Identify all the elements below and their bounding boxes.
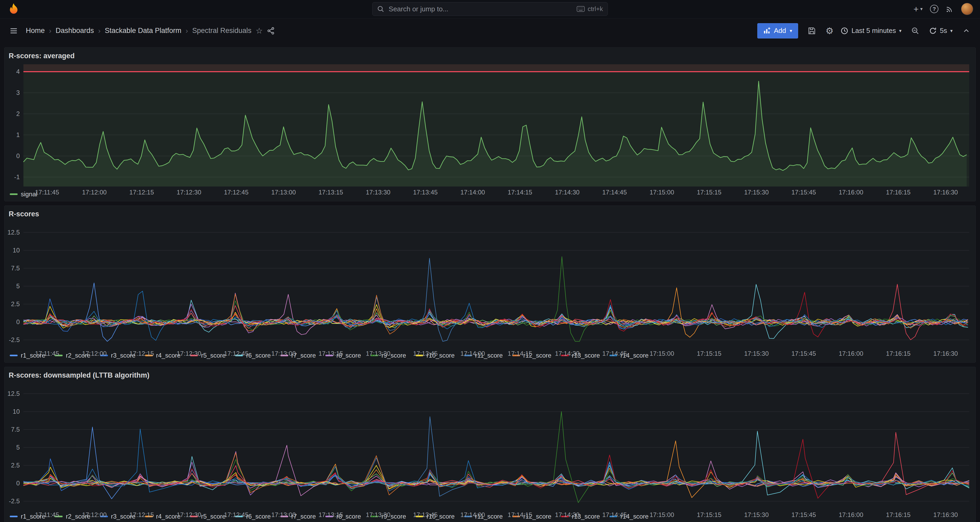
x-tick-label: 17:15:00 [650, 350, 674, 357]
series-line-r1_score [24, 283, 968, 341]
x-tick-label: 17:16:15 [886, 189, 910, 196]
x-tick-label: 17:16:15 [886, 350, 910, 357]
series-line-r12_score [24, 294, 968, 334]
share-icon[interactable] [267, 24, 275, 38]
menu-icon[interactable] [7, 24, 21, 38]
clock-icon [840, 27, 848, 35]
star-icon[interactable]: ☆ [256, 27, 263, 35]
x-tick-label: 17:15:45 [791, 189, 816, 196]
grafana-logo[interactable] [7, 2, 21, 16]
series-line-r9_score [24, 257, 968, 342]
y-tick-label: 0 [16, 152, 20, 160]
x-tick-label: 17:12:45 [224, 350, 248, 357]
x-tick-label: 17:11:45 [35, 350, 59, 357]
y-tick-label: 7.5 [11, 426, 20, 433]
y-tick-label: 3 [16, 89, 20, 96]
x-tick-label: 17:16:00 [838, 350, 863, 357]
breadcrumb-home[interactable]: Home [26, 27, 45, 35]
news-icon[interactable] [946, 5, 954, 13]
x-tick-label: 17:15:15 [697, 350, 721, 357]
x-tick-label: 17:12:15 [129, 189, 154, 196]
refresh-picker[interactable]: 5s ▾ [929, 27, 953, 35]
add-button[interactable]: Add ▾ [757, 23, 798, 38]
chevron-down-icon: ▾ [899, 28, 902, 34]
search-shortcut: ctrl+k [576, 5, 603, 13]
x-tick-label: 17:11:45 [35, 511, 59, 518]
x-tick-label: 17:12:30 [177, 350, 201, 357]
series-line-r8_score [24, 452, 969, 495]
series-line-r7_score [24, 445, 969, 496]
save-icon[interactable] [805, 24, 819, 38]
x-tick-label: 17:14:15 [508, 350, 532, 357]
x-tick-label: 17:11:45 [35, 189, 59, 196]
add-button-label: Add [774, 27, 786, 35]
time-range-picker[interactable]: Last 5 minutes ▾ [840, 27, 902, 35]
y-tick-label: 4 [16, 68, 20, 75]
chart-canvas[interactable]: 12.5107.552.50-2.517:11:4517:12:0017:12:… [5, 219, 975, 358]
x-tick-label: 17:12:15 [129, 350, 154, 357]
x-tick-label: 17:13:30 [366, 511, 390, 518]
dashboard-grid: R-scores: averaged 43210-117:11:4517:12:… [0, 43, 980, 522]
chart-canvas[interactable]: 12.5107.552.50-2.517:11:4517:12:0017:12:… [5, 380, 975, 520]
x-tick-label: 17:16:15 [886, 511, 910, 518]
gear-icon[interactable]: ⚙ [826, 26, 834, 35]
breadcrumb-dashboards[interactable]: Dashboards [56, 27, 94, 35]
plus-icon: + [913, 5, 919, 13]
breadcrumb-folder[interactable]: Stackable Data Platform [105, 27, 181, 35]
timeseries-chart[interactable]: 12.5107.552.50-2.517:11:4517:12:0017:12:… [5, 219, 975, 351]
x-tick-label: 17:14:45 [602, 189, 627, 196]
topnav-actions: + ▾ ? [913, 3, 973, 15]
x-tick-label: 17:15:30 [744, 350, 768, 357]
x-tick-label: 17:15:15 [697, 189, 721, 196]
y-tick-label: 2.5 [11, 461, 20, 469]
series-line-r4_score [24, 288, 968, 337]
search-input[interactable]: Search or jump to... ctrl+k [372, 2, 608, 16]
x-tick-label: 17:15:00 [650, 511, 674, 518]
x-tick-label: 17:12:45 [224, 511, 248, 518]
breadcrumb-separator: › [98, 27, 100, 35]
x-tick-label: 17:12:00 [82, 189, 107, 196]
panel-title[interactable]: R-scores: averaged [5, 48, 975, 61]
zoom-out-icon[interactable] [908, 24, 922, 38]
timeseries-chart[interactable]: 12.5107.552.50-2.517:11:4517:12:0017:12:… [5, 380, 975, 512]
chart-canvas[interactable]: 43210-117:11:4517:12:0017:12:1517:12:301… [5, 61, 975, 197]
panel-title[interactable]: R-scores: downsampled (LTTB algorithm) [5, 367, 975, 380]
y-tick-label: 12.5 [7, 229, 20, 236]
y-tick-label: -2.5 [9, 497, 20, 504]
panel-title[interactable]: R-scores [5, 206, 975, 219]
y-tick-label: -2.5 [9, 336, 20, 343]
series-line-r13_score [24, 292, 968, 337]
breadcrumb: Home › Dashboards › Stackable Data Platf… [26, 27, 251, 35]
x-tick-label: 17:13:45 [413, 511, 438, 518]
series-line-r6_score [24, 284, 968, 338]
y-tick-label: 5 [16, 444, 20, 450]
series-line-r5_score [24, 284, 968, 340]
series-line-r4_score [24, 441, 969, 498]
help-icon[interactable]: ? [930, 5, 939, 13]
chevron-down-icon: ▾ [950, 28, 953, 34]
x-tick-label: 17:15:45 [791, 511, 816, 518]
x-tick-label: 17:14:45 [602, 350, 627, 357]
toolbar-actions: Add ▾ ⚙ Last 5 minutes ▾ [757, 23, 973, 38]
x-tick-label: 17:13:00 [271, 350, 296, 357]
new-button[interactable]: + ▾ [913, 5, 923, 13]
series-line-r9_score [24, 411, 969, 503]
series-line-r3_score [24, 299, 968, 332]
x-tick-label: 17:12:15 [129, 511, 154, 518]
y-tick-label: 1 [16, 131, 20, 138]
x-tick-label: 17:14:30 [555, 511, 579, 518]
timeseries-chart[interactable]: 43210-117:11:4517:12:0017:12:1517:12:301… [5, 61, 975, 190]
avatar[interactable] [961, 3, 973, 15]
x-tick-label: 17:15:30 [744, 511, 768, 518]
x-tick-label: 17:14:30 [555, 189, 579, 196]
x-tick-label: 17:14:45 [602, 511, 627, 518]
y-tick-label: 2 [16, 110, 20, 117]
breadcrumb-separator: › [49, 27, 51, 35]
top-nav: Search or jump to... ctrl+k + ▾ ? [0, 0, 980, 18]
x-tick-label: 17:13:15 [318, 189, 343, 196]
time-range-label: Last 5 minutes [851, 27, 896, 35]
search-placeholder: Search or jump to... [389, 5, 573, 13]
x-tick-label: 17:15:30 [744, 189, 768, 196]
chevron-up-icon[interactable] [959, 24, 973, 38]
refresh-interval-label: 5s [940, 27, 947, 35]
